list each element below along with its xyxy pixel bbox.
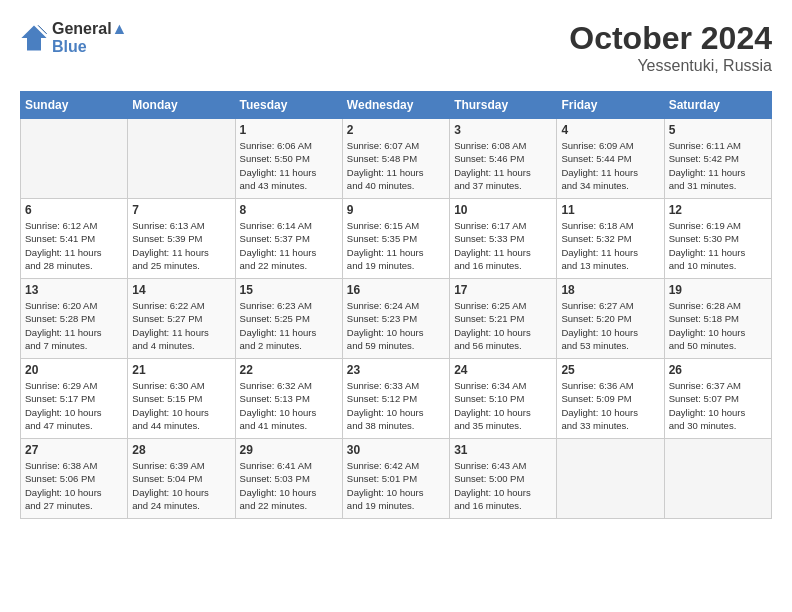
day-info: Sunrise: 6:37 AM Sunset: 5:07 PM Dayligh… [669,379,767,432]
day-number: 23 [347,363,445,377]
calendar-cell [664,439,771,519]
col-header-sunday: Sunday [21,92,128,119]
day-number: 24 [454,363,552,377]
calendar-header-row: SundayMondayTuesdayWednesdayThursdayFrid… [21,92,772,119]
day-info: Sunrise: 6:14 AM Sunset: 5:37 PM Dayligh… [240,219,338,272]
logo-text-general: General▲ [52,20,127,38]
calendar-cell: 30Sunrise: 6:42 AM Sunset: 5:01 PM Dayli… [342,439,449,519]
calendar-cell: 27Sunrise: 6:38 AM Sunset: 5:06 PM Dayli… [21,439,128,519]
day-info: Sunrise: 6:24 AM Sunset: 5:23 PM Dayligh… [347,299,445,352]
day-number: 13 [25,283,123,297]
day-info: Sunrise: 6:39 AM Sunset: 5:04 PM Dayligh… [132,459,230,512]
day-number: 21 [132,363,230,377]
col-header-friday: Friday [557,92,664,119]
calendar-cell: 12Sunrise: 6:19 AM Sunset: 5:30 PM Dayli… [664,199,771,279]
col-header-saturday: Saturday [664,92,771,119]
day-info: Sunrise: 6:28 AM Sunset: 5:18 PM Dayligh… [669,299,767,352]
day-info: Sunrise: 6:27 AM Sunset: 5:20 PM Dayligh… [561,299,659,352]
day-number: 8 [240,203,338,217]
svg-marker-0 [21,25,46,50]
calendar-cell: 15Sunrise: 6:23 AM Sunset: 5:25 PM Dayli… [235,279,342,359]
calendar-cell [557,439,664,519]
col-header-wednesday: Wednesday [342,92,449,119]
day-info: Sunrise: 6:22 AM Sunset: 5:27 PM Dayligh… [132,299,230,352]
day-number: 4 [561,123,659,137]
day-number: 7 [132,203,230,217]
day-number: 5 [669,123,767,137]
calendar-cell: 19Sunrise: 6:28 AM Sunset: 5:18 PM Dayli… [664,279,771,359]
day-number: 25 [561,363,659,377]
calendar-cell: 4Sunrise: 6:09 AM Sunset: 5:44 PM Daylig… [557,119,664,199]
calendar-cell: 6Sunrise: 6:12 AM Sunset: 5:41 PM Daylig… [21,199,128,279]
calendar-cell: 22Sunrise: 6:32 AM Sunset: 5:13 PM Dayli… [235,359,342,439]
day-info: Sunrise: 6:08 AM Sunset: 5:46 PM Dayligh… [454,139,552,192]
day-number: 10 [454,203,552,217]
day-info: Sunrise: 6:11 AM Sunset: 5:42 PM Dayligh… [669,139,767,192]
day-number: 2 [347,123,445,137]
day-number: 28 [132,443,230,457]
day-number: 18 [561,283,659,297]
day-number: 31 [454,443,552,457]
day-info: Sunrise: 6:34 AM Sunset: 5:10 PM Dayligh… [454,379,552,432]
calendar-cell: 7Sunrise: 6:13 AM Sunset: 5:39 PM Daylig… [128,199,235,279]
day-number: 12 [669,203,767,217]
calendar-cell: 10Sunrise: 6:17 AM Sunset: 5:33 PM Dayli… [450,199,557,279]
calendar-week-row: 20Sunrise: 6:29 AM Sunset: 5:17 PM Dayli… [21,359,772,439]
calendar-cell [128,119,235,199]
day-info: Sunrise: 6:43 AM Sunset: 5:00 PM Dayligh… [454,459,552,512]
day-info: Sunrise: 6:17 AM Sunset: 5:33 PM Dayligh… [454,219,552,272]
calendar-cell: 29Sunrise: 6:41 AM Sunset: 5:03 PM Dayli… [235,439,342,519]
day-info: Sunrise: 6:07 AM Sunset: 5:48 PM Dayligh… [347,139,445,192]
day-info: Sunrise: 6:06 AM Sunset: 5:50 PM Dayligh… [240,139,338,192]
day-number: 19 [669,283,767,297]
calendar-week-row: 13Sunrise: 6:20 AM Sunset: 5:28 PM Dayli… [21,279,772,359]
title-block: October 2024 Yessentuki, Russia [569,20,772,75]
day-info: Sunrise: 6:15 AM Sunset: 5:35 PM Dayligh… [347,219,445,272]
logo-text-blue: Blue [52,38,127,56]
calendar-cell [21,119,128,199]
day-info: Sunrise: 6:30 AM Sunset: 5:15 PM Dayligh… [132,379,230,432]
day-info: Sunrise: 6:20 AM Sunset: 5:28 PM Dayligh… [25,299,123,352]
day-info: Sunrise: 6:33 AM Sunset: 5:12 PM Dayligh… [347,379,445,432]
calendar-week-row: 27Sunrise: 6:38 AM Sunset: 5:06 PM Dayli… [21,439,772,519]
calendar-week-row: 1Sunrise: 6:06 AM Sunset: 5:50 PM Daylig… [21,119,772,199]
calendar-cell: 2Sunrise: 6:07 AM Sunset: 5:48 PM Daylig… [342,119,449,199]
day-info: Sunrise: 6:23 AM Sunset: 5:25 PM Dayligh… [240,299,338,352]
calendar-cell: 5Sunrise: 6:11 AM Sunset: 5:42 PM Daylig… [664,119,771,199]
calendar-cell: 11Sunrise: 6:18 AM Sunset: 5:32 PM Dayli… [557,199,664,279]
day-number: 15 [240,283,338,297]
day-info: Sunrise: 6:36 AM Sunset: 5:09 PM Dayligh… [561,379,659,432]
day-info: Sunrise: 6:12 AM Sunset: 5:41 PM Dayligh… [25,219,123,272]
day-number: 1 [240,123,338,137]
day-number: 20 [25,363,123,377]
page-header: General▲ Blue October 2024 Yessentuki, R… [20,20,772,75]
day-number: 9 [347,203,445,217]
calendar-cell: 17Sunrise: 6:25 AM Sunset: 5:21 PM Dayli… [450,279,557,359]
logo: General▲ Blue [20,20,127,56]
col-header-monday: Monday [128,92,235,119]
day-number: 17 [454,283,552,297]
day-info: Sunrise: 6:38 AM Sunset: 5:06 PM Dayligh… [25,459,123,512]
month-title: October 2024 [569,20,772,57]
calendar-cell: 21Sunrise: 6:30 AM Sunset: 5:15 PM Dayli… [128,359,235,439]
day-number: 14 [132,283,230,297]
col-header-thursday: Thursday [450,92,557,119]
day-number: 11 [561,203,659,217]
calendar-cell: 13Sunrise: 6:20 AM Sunset: 5:28 PM Dayli… [21,279,128,359]
day-info: Sunrise: 6:18 AM Sunset: 5:32 PM Dayligh… [561,219,659,272]
day-info: Sunrise: 6:09 AM Sunset: 5:44 PM Dayligh… [561,139,659,192]
day-info: Sunrise: 6:32 AM Sunset: 5:13 PM Dayligh… [240,379,338,432]
day-number: 27 [25,443,123,457]
calendar-cell: 31Sunrise: 6:43 AM Sunset: 5:00 PM Dayli… [450,439,557,519]
day-info: Sunrise: 6:42 AM Sunset: 5:01 PM Dayligh… [347,459,445,512]
calendar-week-row: 6Sunrise: 6:12 AM Sunset: 5:41 PM Daylig… [21,199,772,279]
day-number: 29 [240,443,338,457]
calendar-cell: 20Sunrise: 6:29 AM Sunset: 5:17 PM Dayli… [21,359,128,439]
day-number: 22 [240,363,338,377]
calendar-cell: 24Sunrise: 6:34 AM Sunset: 5:10 PM Dayli… [450,359,557,439]
logo-icon [20,24,48,52]
day-number: 30 [347,443,445,457]
calendar-cell: 28Sunrise: 6:39 AM Sunset: 5:04 PM Dayli… [128,439,235,519]
calendar-cell: 9Sunrise: 6:15 AM Sunset: 5:35 PM Daylig… [342,199,449,279]
location: Yessentuki, Russia [569,57,772,75]
